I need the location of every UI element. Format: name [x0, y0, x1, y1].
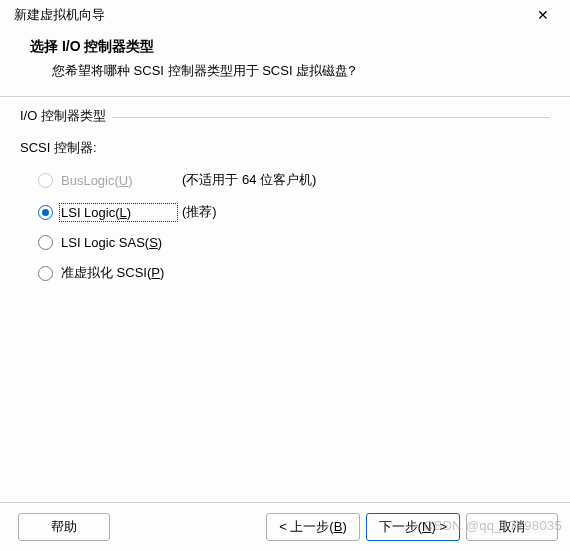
window-title: 新建虚拟机向导 [14, 6, 105, 24]
cancel-button[interactable]: 取消 [466, 513, 558, 541]
help-button[interactable]: 帮助 [18, 513, 110, 541]
radio-buslogic [38, 173, 53, 188]
page-subtitle: 您希望将哪种 SCSI 控制器类型用于 SCSI 虚拟磁盘? [52, 62, 540, 80]
option-lsilogic-note: (推荐) [182, 203, 217, 221]
divider [112, 117, 550, 118]
option-buslogic-label: BusLogic(U) [61, 173, 176, 188]
next-button[interactable]: 下一步(N) > [366, 513, 460, 541]
option-paravirt-label[interactable]: 准虚拟化 SCSI(P) [61, 264, 176, 282]
radio-paravirt[interactable] [38, 266, 53, 281]
option-buslogic-note: (不适用于 64 位客户机) [182, 171, 316, 189]
group-legend: I/O 控制器类型 [20, 107, 106, 125]
option-lsisas-label[interactable]: LSI Logic SAS(S) [61, 235, 176, 250]
close-icon[interactable]: ✕ [526, 7, 560, 23]
back-button[interactable]: < 上一步(B) [266, 513, 360, 541]
page-title: 选择 I/O 控制器类型 [30, 38, 540, 56]
radio-lsisas[interactable] [38, 235, 53, 250]
radio-lsilogic[interactable] [38, 205, 53, 220]
scsi-controller-label: SCSI 控制器: [20, 139, 550, 157]
option-lsilogic-label[interactable]: LSI Logic(L) [61, 205, 176, 220]
